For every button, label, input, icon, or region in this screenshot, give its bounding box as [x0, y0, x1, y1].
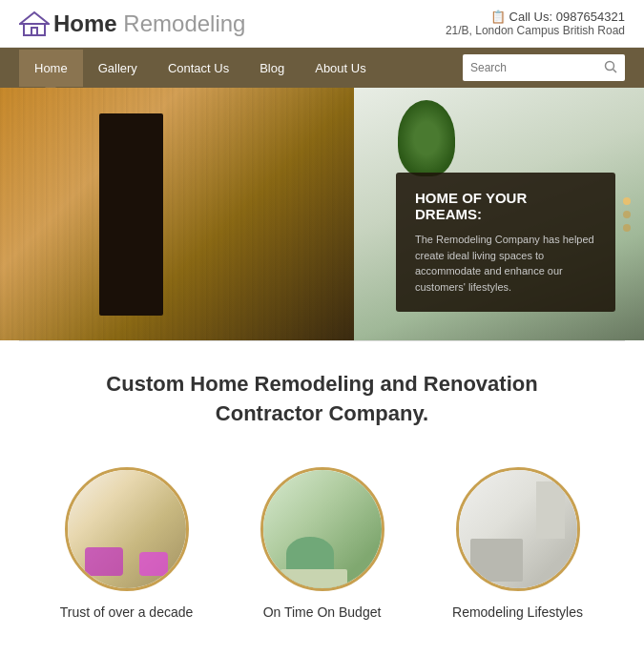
feature-circle-1 [65, 467, 189, 591]
nav-item-blog[interactable]: Blog [244, 50, 300, 87]
search-icon [604, 60, 617, 73]
logo: Home Remodeling [19, 10, 245, 37]
feature-item-3: Remodeling Lifestyles [429, 467, 606, 620]
hero-overlay-text: The Remodeling Company has helped create… [415, 232, 596, 295]
home-logo-icon [19, 10, 50, 37]
nav-item-contact[interactable]: Contact Us [153, 50, 244, 87]
feature-label-1: Trust of over a decade [60, 604, 194, 620]
feature-label-3: Remodeling Lifestyles [452, 604, 583, 620]
feature-image-2 [263, 470, 382, 588]
hero-dots [623, 197, 631, 232]
top-header: Home Remodeling Call Us: 0987654321 21/B… [0, 0, 644, 48]
feature-circle-2 [260, 467, 384, 591]
search-button[interactable] [596, 56, 625, 80]
svg-point-2 [606, 61, 614, 70]
features-section: Trust of over a decade On Time On Budget… [0, 448, 644, 648]
contact-info: Call Us: 0987654321 21/B, London Campus … [446, 10, 625, 37]
search-input[interactable] [463, 57, 596, 78]
feature-item-1: Trust of over a decade [38, 467, 215, 620]
feature-image-3 [459, 470, 577, 588]
svg-line-3 [613, 69, 617, 72]
nav-item-gallery[interactable]: Gallery [83, 50, 153, 87]
hero-overlay-title: HOME OF YOUR DREAMS: [415, 190, 596, 222]
search-box[interactable] [463, 54, 625, 81]
feature-image-1 [68, 470, 186, 588]
feature-label-2: On Time On Budget [263, 604, 382, 620]
svg-rect-1 [24, 24, 45, 35]
address: 21/B, London Campus British Road [446, 24, 625, 37]
navbar: Home Gallery Contact Us Blog About Us [0, 48, 644, 88]
feature-item-2: On Time On Budget [234, 467, 410, 620]
hero-banner: HOME OF YOUR DREAMS: The Remodeling Comp… [0, 88, 644, 340]
main-heading: Custom Home Remodeling and Renovation Co… [0, 341, 644, 448]
hero-left-panel [0, 88, 354, 340]
hero-overlay-card: HOME OF YOUR DREAMS: The Remodeling Comp… [396, 173, 615, 312]
hero-dot-1[interactable] [623, 197, 631, 205]
nav-links: Home Gallery Contact Us Blog About Us [19, 50, 382, 87]
nav-item-about[interactable]: About Us [300, 50, 381, 87]
feature-circle-3 [456, 467, 580, 591]
nav-item-home[interactable]: Home [19, 50, 83, 87]
hero-dot-3[interactable] [623, 224, 631, 232]
phone-number: Call Us: 0987654321 [446, 10, 625, 24]
logo-text: Home Remodeling [53, 10, 245, 37]
hero-dot-2[interactable] [623, 211, 631, 218]
